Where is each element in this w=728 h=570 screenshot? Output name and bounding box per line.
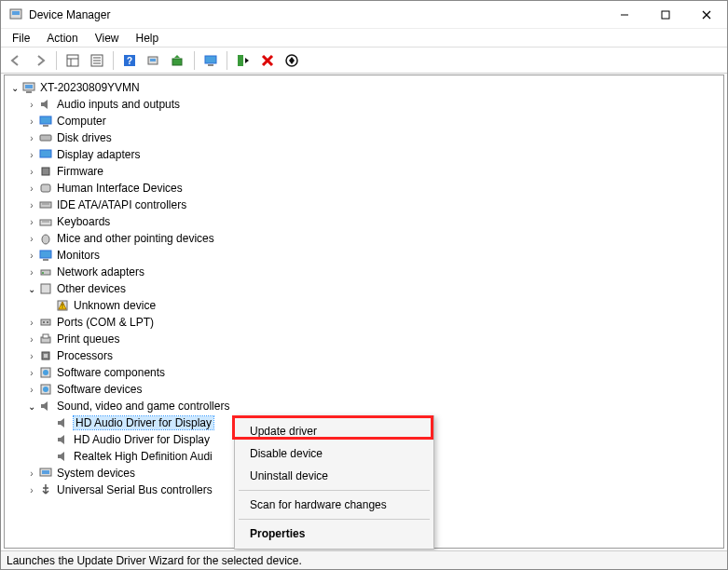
expand-icon[interactable]: › <box>25 100 38 110</box>
tree-label: Keyboards <box>57 215 110 228</box>
collapse-icon[interactable]: ⌄ <box>25 284 38 294</box>
tree-label: Human Interface Devices <box>57 182 183 195</box>
tree-cat-network[interactable]: ›Network adapters <box>8 264 723 280</box>
speaker-icon <box>38 97 53 112</box>
expand-icon[interactable]: › <box>25 150 38 160</box>
scan-hardware-button[interactable] <box>143 50 165 71</box>
expand-icon[interactable]: ⌄ <box>8 83 21 93</box>
collapse-icon[interactable]: ⌄ <box>25 401 38 412</box>
tree-cat-swdev[interactable]: ›Software devices <box>8 381 723 398</box>
tree-label: IDE ATA/ATAPI controllers <box>57 198 186 211</box>
tree-cat-other[interactable]: ⌄Other devices <box>8 280 723 297</box>
tree-label: Universal Serial Bus controllers <box>57 483 213 496</box>
tree-cat-sound[interactable]: ⌄Sound, video and game controllers <box>8 398 723 414</box>
tree-cat-ide[interactable]: ›IDE ATA/ATAPI controllers <box>8 197 723 213</box>
expand-icon[interactable]: › <box>25 468 38 479</box>
expand-icon[interactable]: › <box>25 251 38 261</box>
expand-icon[interactable]: › <box>25 200 38 210</box>
svg-text:!: ! <box>62 303 63 309</box>
menu-file[interactable]: File <box>5 30 37 47</box>
tree-cat-firmware[interactable]: ›Firmware <box>8 163 723 180</box>
svg-rect-39 <box>43 259 48 261</box>
svg-rect-29 <box>40 135 51 141</box>
toolbar-separator <box>113 51 114 70</box>
hid-icon <box>38 181 53 196</box>
expand-icon[interactable]: › <box>25 133 38 143</box>
tree-cat-audio[interactable]: ›Audio inputs and outputs <box>8 96 723 113</box>
uninstall-device-button[interactable] <box>256 50 279 71</box>
expand-icon[interactable]: › <box>25 385 38 395</box>
tree-item-unknown-device[interactable]: !Unknown device <box>8 297 723 314</box>
ctx-separator <box>239 490 430 491</box>
tree-cat-mouse[interactable]: ›Mice and other pointing devices <box>8 230 723 247</box>
tree-cat-disk[interactable]: ›Disk drives <box>8 129 723 146</box>
forward-button[interactable] <box>29 50 51 71</box>
expand-icon[interactable]: › <box>25 183 38 194</box>
ctx-disable-device[interactable]: Disable device <box>237 442 432 465</box>
ctx-update-driver[interactable]: Update driver <box>237 420 432 442</box>
properties-button[interactable] <box>86 50 108 71</box>
computer-icon <box>21 80 36 95</box>
enable-device-button[interactable] <box>232 50 254 71</box>
menu-help[interactable]: Help <box>129 30 167 47</box>
svg-rect-20 <box>238 55 243 66</box>
expand-icon[interactable]: › <box>25 351 38 361</box>
tree-cat-cpu[interactable]: ›Processors <box>8 347 723 364</box>
menu-view[interactable]: View <box>88 30 127 47</box>
expand-icon[interactable]: › <box>25 116 38 127</box>
svg-rect-18 <box>205 56 216 63</box>
expand-icon[interactable]: › <box>25 485 38 495</box>
svg-rect-57 <box>42 470 49 474</box>
tree-cat-keyboard[interactable]: ›Keyboards <box>8 213 723 230</box>
help-button[interactable]: ? <box>118 50 141 71</box>
expand-icon[interactable]: › <box>25 167 38 177</box>
expand-icon[interactable]: › <box>25 217 38 227</box>
status-text: Launches the Update Driver Wizard for th… <box>7 554 302 567</box>
speaker-icon <box>55 432 70 447</box>
tree-cat-computer[interactable]: ›Computer <box>8 113 723 129</box>
tree-cat-display[interactable]: ›Display adapters <box>8 146 723 163</box>
title-bar: Device Manager <box>1 1 727 29</box>
disable-device-button[interactable] <box>281 50 303 71</box>
minimize-button[interactable] <box>604 1 645 29</box>
ctx-separator <box>239 519 430 520</box>
ctx-uninstall-device[interactable]: Uninstall device <box>237 465 432 487</box>
expand-icon[interactable]: › <box>25 318 38 328</box>
svg-rect-42 <box>41 284 50 293</box>
tree-cat-swcomp[interactable]: ›Software components <box>8 364 723 381</box>
ctx-scan-hardware[interactable]: Scan for hardware changes <box>237 494 432 516</box>
expand-icon[interactable]: › <box>25 334 38 345</box>
tree-cat-hid[interactable]: ›Human Interface Devices <box>8 180 723 197</box>
expand-icon[interactable]: › <box>25 234 38 244</box>
close-button[interactable] <box>686 1 727 29</box>
svg-rect-28 <box>43 125 48 127</box>
svg-rect-30 <box>40 150 51 157</box>
tree-label: Mice and other pointing devices <box>57 232 214 245</box>
tree-label: Print queues <box>57 332 119 346</box>
tree-cat-printq[interactable]: ›Print queues <box>8 331 723 347</box>
tree-label: HD Audio Driver for Display <box>74 416 213 429</box>
tree-label: Processors <box>57 349 113 362</box>
svg-rect-3 <box>662 11 669 19</box>
svg-rect-38 <box>40 251 51 258</box>
app-icon <box>8 7 23 22</box>
back-button[interactable] <box>5 50 27 71</box>
maximize-button[interactable] <box>645 1 686 29</box>
tree-label: Display adapters <box>57 148 140 161</box>
network-icon <box>38 265 53 279</box>
svg-rect-1 <box>12 11 20 15</box>
computer-icon-button[interactable] <box>199 50 222 71</box>
printer-icon <box>38 332 53 346</box>
tree-root[interactable]: ⌄ XT-20230809YVMN <box>8 79 723 96</box>
svg-rect-16 <box>150 59 156 61</box>
ctx-properties[interactable]: Properties <box>237 522 432 545</box>
tree-label: Unknown device <box>74 299 156 312</box>
menu-action[interactable]: Action <box>39 30 85 47</box>
tree-cat-monitors[interactable]: ›Monitors <box>8 247 723 264</box>
expand-icon[interactable]: › <box>25 267 38 278</box>
tree-cat-ports[interactable]: ›Ports (COM & LPT) <box>8 314 723 331</box>
cpu-icon <box>38 348 53 363</box>
expand-icon[interactable]: › <box>25 368 38 378</box>
show-hide-tree-button[interactable] <box>62 50 84 71</box>
update-driver-button[interactable] <box>167 50 189 71</box>
